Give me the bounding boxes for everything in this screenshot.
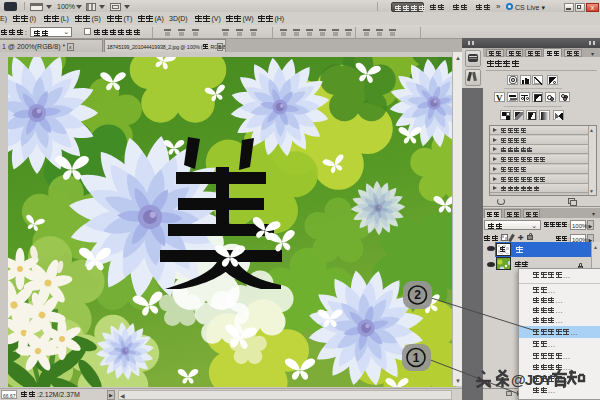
svg-text:2: 2 [414,288,421,302]
svg-text:1: 1 [413,351,420,365]
